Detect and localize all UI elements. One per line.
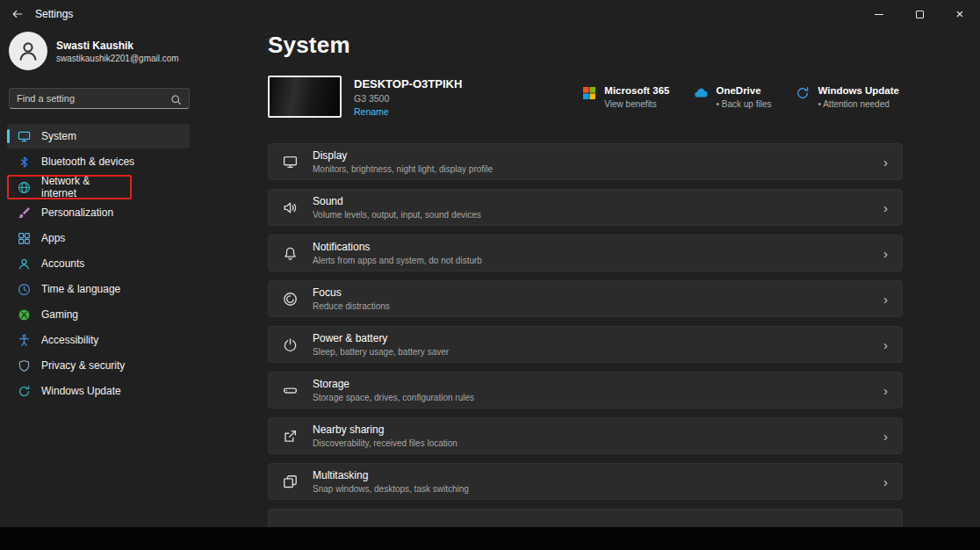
selected-accent-bar: [7, 129, 10, 143]
chevron-right-icon: ›: [883, 293, 888, 306]
status-card-subtitle: View benefits: [604, 99, 669, 109]
sidebar-nav: SystemBluetooth & devicesNetwork & inter…: [7, 124, 190, 404]
status-card-windows-update[interactable]: Windows Update• Attention needed: [796, 85, 899, 109]
brush-icon: [18, 206, 31, 220]
sidebar-item-personalization[interactable]: Personalization: [7, 200, 190, 225]
row-title: Display: [313, 149, 493, 162]
user-email: swastikaushik2201@gmail.com: [56, 54, 179, 63]
focus-icon: [283, 292, 298, 307]
minimize-button[interactable]: [859, 0, 899, 28]
settings-row-multitasking[interactable]: MultitaskingSnap windows, desktops, task…: [268, 463, 903, 500]
settings-row-focus[interactable]: FocusReduce distractions›: [268, 280, 903, 317]
chevron-right-icon: ›: [883, 156, 888, 169]
settings-rows: DisplayMonitors, brightness, night light…: [268, 143, 903, 509]
sidebar-item-apps[interactable]: Apps: [7, 226, 190, 250]
monitor-icon: [283, 155, 298, 170]
sidebar-item-label: Network & internet: [41, 175, 121, 199]
sidebar-item-network-and-internet[interactable]: Network & internet: [7, 175, 132, 199]
avatar: [9, 32, 47, 70]
sidebar-item-privacy-and-security[interactable]: Privacy & security: [7, 353, 190, 378]
sidebar-item-bluetooth-and-devices[interactable]: Bluetooth & devices: [7, 149, 190, 174]
maximize-button[interactable]: [899, 0, 940, 28]
person-icon: [18, 257, 31, 271]
close-button[interactable]: [940, 0, 980, 28]
status-cards: Microsoft 365View benefitsOneDrive• Back…: [582, 85, 903, 109]
sidebar-item-label: System: [41, 130, 76, 142]
sidebar-item-label: Accessibility: [41, 334, 98, 346]
sidebar-item-label: Gaming: [41, 308, 78, 321]
sidebar-item-label: Accounts: [41, 257, 84, 270]
chevron-right-icon: ›: [883, 430, 888, 443]
maximize-icon: [916, 11, 924, 18]
bottom-bar: [0, 527, 980, 550]
row-title: Power & battery: [313, 332, 449, 344]
chevron-right-icon: ›: [883, 247, 888, 260]
sidebar-item-accounts[interactable]: Accounts: [7, 251, 190, 276]
device-info: DESKTOP-O3TPIKH G3 3500 Rename: [354, 77, 462, 117]
sound-icon: [283, 200, 298, 215]
user-profile[interactable]: Swasti Kaushik swastikaushik2201@gmail.c…: [9, 32, 179, 70]
cloud-icon: [694, 86, 708, 100]
chevron-right-icon: ›: [883, 384, 888, 397]
settings-row-nearby-sharing[interactable]: Nearby sharingDiscoverability, received …: [268, 417, 903, 454]
device-thumbnail: [268, 76, 342, 118]
row-subtitle: Storage space, drives, configuration rul…: [313, 393, 474, 402]
row-title: Nearby sharing: [313, 423, 458, 436]
settings-row-display[interactable]: DisplayMonitors, brightness, night light…: [268, 143, 903, 180]
row-subtitle: Volume levels, output, input, sound devi…: [313, 210, 481, 220]
settings-row-sound[interactable]: SoundVolume levels, output, input, sound…: [268, 189, 903, 226]
settings-row-partial: [268, 509, 903, 527]
sidebar-item-label: Privacy & security: [41, 359, 125, 372]
row-subtitle: Alerts from apps and system, do not dist…: [313, 256, 482, 265]
sidebar-item-label: Windows Update: [41, 385, 121, 397]
chevron-right-icon: ›: [883, 475, 888, 488]
row-subtitle: Reduce distractions: [313, 301, 390, 311]
accessibility-icon: [18, 334, 31, 347]
xbox-icon: [18, 308, 31, 322]
device-name: DESKTOP-O3TPIKH: [354, 77, 462, 90]
storage-icon: [283, 383, 298, 398]
device-model: G3 3500: [354, 93, 462, 104]
sidebar-item-label: Personalization: [41, 206, 113, 219]
sidebar-item-label: Bluetooth & devices: [41, 156, 134, 168]
sidebar-item-system[interactable]: System: [7, 124, 190, 148]
shield-icon: [18, 359, 31, 373]
update-icon: [796, 86, 810, 100]
search-icon: [170, 93, 182, 105]
sidebar-item-gaming[interactable]: Gaming: [7, 302, 190, 327]
share-icon: [283, 429, 298, 444]
sidebar-item-time-and-language[interactable]: Time & language: [7, 277, 190, 301]
user-name: Swasti Kaushik: [56, 40, 179, 52]
person-icon: [17, 40, 40, 62]
bell-icon: [283, 246, 298, 261]
row-subtitle: Monitors, brightness, night light, displ…: [313, 164, 493, 174]
search-box[interactable]: [9, 88, 190, 109]
settings-window: Settings Swasti Kaushik swastikaushik220…: [0, 0, 980, 550]
sidebar-item-accessibility[interactable]: Accessibility: [7, 328, 190, 352]
window-controls: [859, 0, 980, 28]
status-card-subtitle: • Back up files: [716, 99, 771, 109]
sidebar-item-windows-update[interactable]: Windows Update: [7, 379, 190, 403]
search-input[interactable]: [17, 93, 170, 104]
row-title: Sound: [313, 195, 481, 207]
row-title: Multitasking: [313, 469, 469, 481]
status-card-title: Microsoft 365: [604, 85, 669, 96]
rename-link[interactable]: Rename: [354, 106, 462, 117]
status-card-microsoft-365[interactable]: Microsoft 365View benefits: [582, 85, 669, 109]
sidebar-item-label: Apps: [41, 232, 65, 244]
chevron-right-icon: ›: [883, 338, 888, 351]
minimize-icon: [875, 14, 883, 15]
device-header: DESKTOP-O3TPIKH G3 3500 Rename Microsoft…: [268, 76, 903, 118]
titlebar: Settings: [0, 0, 980, 28]
status-card-onedrive[interactable]: OneDrive• Back up files: [694, 85, 771, 109]
settings-row-storage[interactable]: StorageStorage space, drives, configurat…: [268, 372, 903, 409]
settings-row-power-and-battery[interactable]: Power & batterySleep, battery usage, bat…: [268, 326, 903, 363]
settings-row-notifications[interactable]: NotificationsAlerts from apps and system…: [268, 235, 903, 271]
back-arrow-icon: [11, 8, 24, 20]
status-card-subtitle: • Attention needed: [818, 99, 899, 109]
status-card-title: OneDrive: [716, 85, 771, 96]
back-button[interactable]: [0, 0, 35, 28]
clock-icon: [18, 283, 31, 296]
close-icon: [956, 6, 964, 22]
row-subtitle: Sleep, battery usage, battery saver: [313, 347, 449, 357]
